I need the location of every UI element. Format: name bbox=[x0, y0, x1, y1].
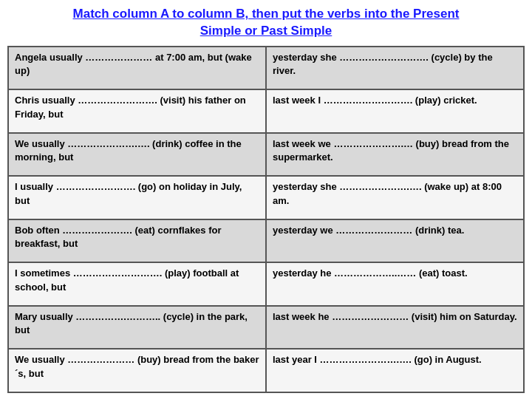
exercise-table: Angela usually ………………… at 7:00 am, but (… bbox=[7, 46, 525, 393]
table-row: Mary usually …………….……….. (cycle) in the … bbox=[8, 306, 524, 349]
col-a-cell: We usually ………………….…. (drink) coffee in … bbox=[8, 133, 266, 177]
table-row: We usually ………………….…. (drink) coffee in … bbox=[8, 133, 524, 177]
title-line1: Match column A to column B, then put the… bbox=[73, 7, 460, 21]
col-b-cell: yesterday she ………………………. (cycle) by the … bbox=[266, 47, 524, 90]
col-b-cell: yesterday she ………………….…. (wake up) at 8:… bbox=[266, 176, 524, 219]
col-a-cell: Mary usually …………….……….. (cycle) in the … bbox=[8, 306, 266, 349]
col-b-cell: yesterday he ………………..…… (eat) toast. bbox=[266, 262, 524, 306]
page-title: Match column A to column B, then put the… bbox=[7, 6, 525, 40]
page: Match column A to column B, then put the… bbox=[0, 0, 532, 399]
table-row: We usually ………………… (buy) bread from the … bbox=[8, 349, 524, 392]
table-row: Bob often …………………. (eat) cornflakes for … bbox=[8, 219, 524, 263]
col-a-cell: I usually ……………………. (go) on holiday in J… bbox=[8, 176, 266, 219]
table-row: I usually ……………………. (go) on holiday in J… bbox=[8, 176, 524, 219]
col-a-cell: Chris usually ……………………. (visit) his fath… bbox=[8, 89, 266, 133]
col-a-cell: We usually ………………… (buy) bread from the … bbox=[8, 349, 266, 392]
table-row: Angela usually ………………… at 7:00 am, but (… bbox=[8, 47, 524, 90]
col-b-cell: last week I ………………………. (play) cricket. bbox=[266, 89, 524, 133]
col-a-cell: I sometimes ………………………. (play) football a… bbox=[8, 262, 266, 306]
col-a-cell: Angela usually ………………… at 7:00 am, but (… bbox=[8, 47, 266, 90]
col-b-cell: last year I …………………….…. (go) in August. bbox=[266, 349, 524, 392]
col-b-cell: last week we ………………….… (buy) bread from … bbox=[266, 133, 524, 177]
col-b-cell: yesterday we …………………… (drink) tea. bbox=[266, 219, 524, 263]
table-row: I sometimes ………………………. (play) football a… bbox=[8, 262, 524, 306]
table-row: Chris usually ……………………. (visit) his fath… bbox=[8, 89, 524, 133]
col-b-cell: last week he …………………… (visit) him on Sat… bbox=[266, 306, 524, 349]
col-a-cell: Bob often …………………. (eat) cornflakes for … bbox=[8, 219, 266, 263]
title-line2: Simple or Past Simple bbox=[200, 24, 332, 38]
